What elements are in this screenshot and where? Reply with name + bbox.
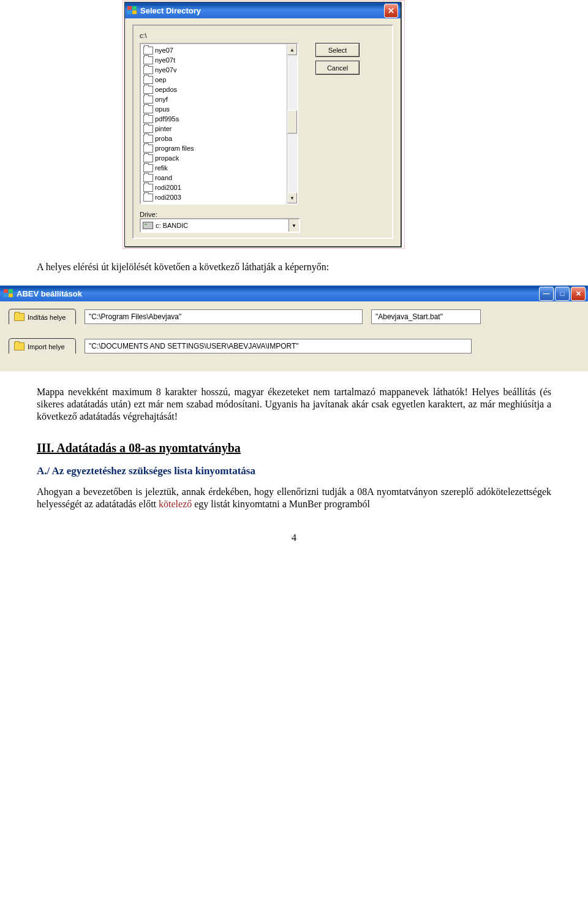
- close-button[interactable]: ✕: [571, 287, 586, 301]
- drive-combobox[interactable]: c: BANDIC ▼: [140, 218, 300, 233]
- folder-item[interactable]: oep: [142, 75, 285, 85]
- current-path-label: c:\: [140, 32, 386, 39]
- folder-label: proba: [155, 135, 172, 142]
- abev-settings-screenshot: ABEV beállítások — □ ✕ Indítás helye "C:…: [0, 285, 588, 371]
- minimize-button[interactable]: —: [539, 287, 554, 301]
- folder-item[interactable]: rodi2003: [142, 192, 285, 202]
- folder-item[interactable]: onyf: [142, 94, 285, 104]
- folder-item[interactable]: nye07v: [142, 65, 285, 75]
- select-directory-dialog: Select Directory ✕ c:\ nye07nye07tnye07v…: [124, 2, 401, 247]
- folder-label: pdf995s: [155, 115, 179, 123]
- folder-listbox[interactable]: nye07nye07tnye07voepoepdosonyfopuspdf995…: [140, 43, 298, 205]
- folder-icon: [143, 154, 153, 162]
- subsection-title: A./ Az egyeztetéshez szükséges lista kin…: [37, 465, 551, 477]
- folder-icon: [143, 174, 153, 182]
- inditas-path-input[interactable]: "C:\Program Files\Abevjava": [85, 309, 363, 324]
- folder-icon: [143, 86, 153, 94]
- import-helye-button[interactable]: Import helye: [9, 338, 76, 354]
- dialog-titlebar: Select Directory ✕: [125, 2, 401, 18]
- scroll-up-icon[interactable]: ▲: [287, 44, 297, 55]
- folder-icon: [143, 96, 153, 104]
- windows-logo-icon: [4, 289, 13, 298]
- abev-titlebar: ABEV beállítások — □ ✕: [0, 285, 588, 301]
- minimize-icon: —: [543, 290, 550, 297]
- folder-label: nye07: [155, 47, 173, 54]
- folder-icon: [143, 47, 153, 55]
- folder-icon: [14, 313, 24, 321]
- scrollbar[interactable]: ▲ ▼: [287, 44, 297, 203]
- paragraph-1: A helyes elérési út kijelölését követően…: [37, 261, 551, 273]
- close-icon: ✕: [388, 6, 394, 15]
- folder-item[interactable]: proba: [142, 134, 285, 143]
- folder-icon: [14, 342, 24, 350]
- folder-icon: [143, 125, 153, 133]
- folder-label: program files: [155, 145, 194, 152]
- select-directory-screenshot: Select Directory ✕ c:\ nye07nye07tnye07v…: [123, 0, 405, 249]
- folder-label: nye07v: [155, 66, 176, 74]
- folder-icon: [143, 184, 153, 192]
- folder-label: pinter: [155, 125, 172, 132]
- import-label: Import helye: [28, 343, 65, 350]
- folder-item[interactable]: program files: [142, 143, 285, 153]
- folder-item[interactable]: nye07: [142, 45, 285, 55]
- folder-label: refik: [155, 164, 168, 172]
- windows-logo-icon: [127, 6, 137, 15]
- inditas-label: Indítás helye: [28, 314, 66, 321]
- drive-value: c: BANDIC: [156, 222, 188, 229]
- folder-label: nye07t: [155, 56, 175, 64]
- close-icon: ✕: [576, 290, 581, 298]
- select-button[interactable]: Select: [315, 43, 360, 57]
- close-button[interactable]: ✕: [384, 4, 398, 18]
- drive-icon: [143, 222, 153, 229]
- folder-item[interactable]: propack: [142, 153, 285, 163]
- folder-item[interactable]: roand: [142, 173, 285, 183]
- folder-icon: [143, 66, 153, 74]
- inditas-helye-button[interactable]: Indítás helye: [9, 309, 76, 325]
- maximize-button[interactable]: □: [555, 287, 570, 301]
- folder-icon: [143, 194, 153, 202]
- folder-label: opus: [155, 105, 170, 113]
- folder-label: oep: [155, 76, 166, 83]
- folder-icon: [143, 56, 153, 64]
- folder-icon: [143, 105, 153, 113]
- page-number: 4: [37, 532, 551, 543]
- folder-label: roand: [155, 174, 172, 181]
- folder-item[interactable]: nye07t: [142, 55, 285, 65]
- inditas-file-input[interactable]: "Abevjava_Start.bat": [371, 309, 481, 324]
- cancel-button[interactable]: Cancel: [315, 61, 360, 75]
- maximize-icon: □: [560, 290, 565, 297]
- folder-item[interactable]: rodi2001: [142, 183, 285, 192]
- folder-label: rodi2003: [155, 194, 181, 201]
- folder-icon: [143, 135, 153, 143]
- paragraph-3: Ahogyan a bevezetőben is jeleztük, annak…: [37, 486, 551, 510]
- dialog-title: Select Directory: [140, 6, 201, 15]
- folder-icon: [143, 145, 153, 153]
- folder-label: rodi2001: [155, 184, 181, 191]
- abev-settings-dialog: ABEV beállítások — □ ✕ Indítás helye "C:…: [0, 285, 588, 371]
- folder-icon: [143, 115, 153, 123]
- scroll-down-icon[interactable]: ▼: [287, 192, 297, 203]
- chevron-down-icon[interactable]: ▼: [288, 219, 299, 232]
- drive-label: Drive:: [140, 211, 386, 218]
- folder-icon: [143, 164, 153, 172]
- folder-item[interactable]: oepdos: [142, 85, 285, 94]
- paragraph-2: Mappa nevekként maximum 8 karakter hossz…: [37, 386, 551, 423]
- scroll-thumb[interactable]: [287, 110, 297, 134]
- folder-item[interactable]: opus: [142, 104, 285, 114]
- section-title: III. Adatátadás a 08-as nyomtatványba: [37, 441, 551, 455]
- folder-item[interactable]: pinter: [142, 124, 285, 134]
- folder-item[interactable]: refik: [142, 163, 285, 173]
- folder-item[interactable]: pdf995s: [142, 114, 285, 124]
- folder-icon: [143, 76, 153, 84]
- folder-label: oepdos: [155, 86, 177, 93]
- import-path-input[interactable]: "C:\DOCUMENTS AND SETTINGS\USER\ABEVJAVA…: [85, 339, 472, 353]
- folder-label: onyf: [155, 96, 168, 103]
- abev-title: ABEV beállítások: [17, 289, 82, 298]
- folder-label: propack: [155, 154, 179, 162]
